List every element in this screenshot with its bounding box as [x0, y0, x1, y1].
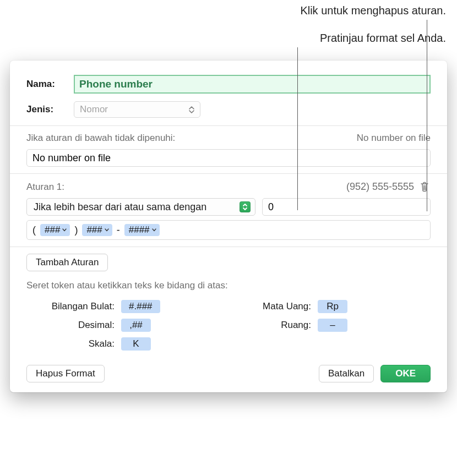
format-token[interactable]: ###	[82, 224, 112, 236]
condition-value-input[interactable]	[262, 198, 431, 216]
integer-token[interactable]: #.###	[121, 300, 160, 313]
divider	[10, 247, 447, 247]
delete-format-button[interactable]: Hapus Format	[26, 365, 105, 382]
chevron-up-down-icon	[240, 201, 251, 212]
decimal-token-label: Desimal:	[26, 320, 115, 331]
custom-format-sheet: Nama: Jenis: Nomor Jika aturan di bawah …	[10, 61, 447, 392]
currency-token-label: Mata Uang:	[240, 301, 311, 312]
chevron-down-icon	[62, 228, 67, 232]
name-input[interactable]	[74, 75, 431, 94]
rule1-preview: (952) 555-5555	[346, 181, 414, 193]
type-select[interactable]: Nomor	[74, 101, 200, 118]
chevron-down-icon	[105, 228, 109, 232]
chevron-down-icon	[152, 228, 156, 232]
format-token[interactable]: ###	[40, 224, 70, 236]
format-token-text: ###	[45, 225, 60, 236]
format-literal: -	[116, 225, 121, 236]
add-rule-button[interactable]: Tambah Aturan	[26, 254, 108, 271]
ok-button[interactable]: OKE	[380, 365, 431, 382]
fallback-label: Jika aturan di bawah tidak dipenuhi:	[26, 133, 175, 144]
fallback-input[interactable]	[26, 149, 431, 167]
format-token[interactable]: ####	[124, 224, 160, 236]
currency-token[interactable]: Rp	[318, 300, 347, 313]
format-token-text: ####	[129, 225, 150, 236]
type-label: Jenis:	[26, 104, 74, 115]
callout-preview: Pratinjau format sel Anda.	[320, 32, 446, 45]
chevron-up-down-icon	[189, 106, 194, 113]
space-token[interactable]: –	[318, 319, 347, 332]
decimal-token[interactable]: ,##	[121, 319, 151, 332]
fallback-preview: No number on file	[357, 133, 431, 144]
scale-token-label: Skala:	[26, 338, 115, 349]
format-token-text: ###	[86, 225, 102, 236]
format-pattern-field[interactable]: ( ### ) ### - ####	[26, 220, 431, 240]
divider	[10, 173, 447, 174]
rule1-label: Aturan 1:	[26, 182, 64, 193]
integer-token-label: Bilangan Bulat:	[26, 301, 115, 312]
format-literal: )	[73, 225, 79, 236]
trash-icon[interactable]	[420, 180, 431, 193]
name-label: Nama:	[26, 79, 74, 90]
drag-help-text: Seret token atau ketikkan teks ke bidang…	[26, 280, 431, 291]
condition-select-value: Jika lebih besar dari atau sama dengan	[34, 201, 206, 213]
divider	[10, 125, 447, 126]
space-token-label: Ruang:	[240, 320, 311, 331]
scale-token[interactable]: K	[121, 337, 151, 351]
format-literal: (	[31, 225, 37, 236]
cancel-button[interactable]: Batalkan	[319, 365, 374, 382]
condition-select[interactable]: Jika lebih besar dari atau sama dengan	[26, 198, 255, 216]
callout-delete: Klik untuk menghapus aturan.	[300, 4, 446, 17]
type-select-value: Nomor	[80, 104, 108, 115]
